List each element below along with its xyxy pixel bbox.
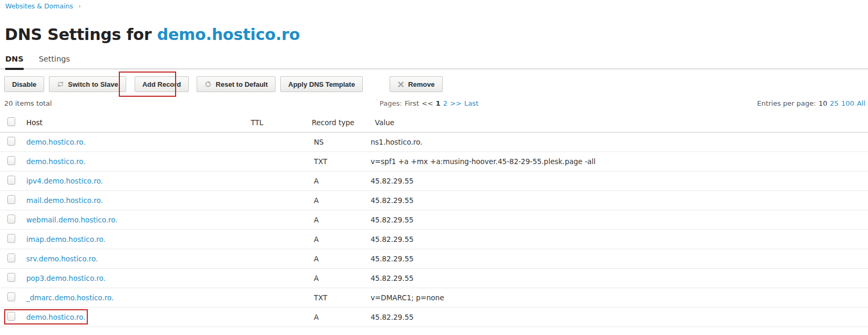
breadcrumb-link-websites-domains[interactable]: Websites & Domains [5, 2, 73, 10]
record-type: NS [312, 138, 370, 146]
table-row: srv.demo.hostico.ro. A 45.82.29.55 [0, 249, 868, 269]
tab-dns[interactable]: DNS [5, 55, 24, 70]
record-value: 45.82.29.55 [370, 274, 868, 282]
record-type: A [312, 255, 370, 263]
page-title: DNS Settings for demo.hostico.ro [5, 24, 300, 45]
tab-settings[interactable]: Settings [39, 55, 70, 70]
tab-bar: DNS Settings [5, 55, 70, 70]
switch-icon [57, 80, 64, 88]
record-type: A [312, 235, 370, 243]
record-value: 45.82.29.55 [370, 255, 868, 263]
record-value: 45.82.29.55 [370, 177, 868, 185]
reset-icon [205, 80, 212, 88]
record-type: A [312, 274, 370, 282]
column-header-host: Host [22, 118, 251, 127]
table-row: imap.demo.hostico.ro. A 45.82.29.55 [0, 230, 868, 249]
record-value: v=spf1 +a +mx +a:musing-hoover.45-82-29-… [370, 157, 868, 166]
host-link[interactable]: demo.hostico.ro. [26, 157, 86, 166]
record-type: A [312, 313, 370, 321]
pagination-page-2[interactable]: 2 [443, 99, 447, 107]
pagination-prev: << [422, 99, 433, 107]
record-value: 45.82.29.55 [370, 196, 868, 205]
row-checkbox[interactable] [7, 137, 15, 146]
breadcrumb-chevron-icon: › [78, 3, 81, 10]
table-header-row: Host TTL Record type Value [0, 113, 868, 133]
dns-records-table: Host TTL Record type Value demo.hostico.… [0, 113, 868, 327]
entries-option-25[interactable]: 25 [830, 99, 839, 107]
host-link[interactable]: demo.hostico.ro. [26, 138, 86, 146]
pagination-label: Pages: [380, 99, 402, 107]
page-title-prefix: DNS Settings for [5, 25, 157, 44]
toolbar: Disable Switch to Slave Add Record Reset… [4, 76, 443, 92]
remove-icon [397, 81, 404, 88]
page-title-domain: demo.hostico.ro [157, 25, 300, 44]
row-checkbox[interactable] [7, 234, 15, 243]
row-checkbox[interactable] [7, 215, 15, 224]
record-type: A [312, 216, 370, 224]
table-row: webmail.demo.hostico.ro. A 45.82.29.55 [0, 210, 868, 230]
breadcrumb: Websites & Domains › [5, 2, 81, 10]
record-value: 45.82.29.55 [370, 235, 868, 243]
row-checkbox[interactable] [7, 176, 15, 185]
table-row: demo.hostico.ro. TXT v=spf1 +a +mx +a:mu… [0, 152, 868, 171]
tabs-divider [0, 68, 868, 69]
record-type: A [312, 196, 370, 205]
column-header-value: Value [370, 118, 868, 127]
pagination-last[interactable]: Last [464, 99, 478, 107]
row-checkbox[interactable] [7, 156, 15, 165]
host-link[interactable]: pop3.demo.hostico.ro. [26, 274, 106, 282]
entries-label: Entries per page: [757, 99, 816, 107]
host-link[interactable]: webmail.demo.hostico.ro. [26, 216, 118, 224]
record-type: A [312, 177, 370, 185]
host-link[interactable]: ipv4.demo.hostico.ro. [26, 177, 103, 185]
apply-dns-template-button-label: Apply DNS Template [288, 80, 355, 88]
record-type: TXT [312, 157, 370, 166]
row-checkbox[interactable] [7, 292, 15, 301]
table-row: mail.demo.hostico.ro. A 45.82.29.55 [0, 191, 868, 210]
select-all-checkbox[interactable] [7, 117, 15, 126]
items-total: 20 items total [4, 99, 52, 107]
pagination: Pages: First << 1 2 >> Last [380, 99, 478, 107]
column-header-record-type: Record type [312, 118, 370, 127]
pagination-page-1: 1 [436, 99, 441, 107]
table-row: demo.hostico.ro. NS ns1.hostico.ro. [0, 133, 868, 152]
add-record-button[interactable]: Add Record [135, 76, 189, 92]
column-header-ttl: TTL [251, 118, 312, 127]
record-value: v=DMARC1; p=none [370, 293, 868, 302]
remove-button-label: Remove [408, 80, 435, 88]
record-type: TXT [312, 293, 370, 302]
disable-button-label: Disable [12, 80, 36, 88]
list-controls: 20 items total Pages: First << 1 2 >> La… [0, 99, 868, 109]
add-record-button-label: Add Record [142, 80, 181, 88]
remove-button[interactable]: Remove [390, 76, 443, 92]
record-value: ns1.hostico.ro. [370, 138, 868, 146]
table-row: ipv4.demo.hostico.ro. A 45.82.29.55 [0, 171, 868, 191]
record-value: 45.82.29.55 [370, 313, 868, 321]
record-value: 45.82.29.55 [370, 216, 868, 224]
table-row: pop3.demo.hostico.ro. A 45.82.29.55 [0, 269, 868, 288]
row-checkbox[interactable] [7, 312, 15, 321]
entries-option-100[interactable]: 100 [841, 99, 854, 107]
apply-dns-template-button[interactable]: Apply DNS Template [280, 76, 363, 92]
host-link[interactable]: mail.demo.hostico.ro. [26, 196, 103, 205]
switch-to-slave-button-label: Switch to Slave [68, 80, 118, 88]
table-row: _dmarc.demo.hostico.ro. TXT v=DMARC1; p=… [0, 288, 868, 308]
table-row-annotated: demo.hostico.ro. A 45.82.29.55 [0, 308, 868, 327]
row-checkbox[interactable] [7, 253, 15, 262]
host-link[interactable]: _dmarc.demo.hostico.ro. [26, 293, 114, 302]
row-checkbox[interactable] [7, 195, 15, 204]
host-link[interactable]: imap.demo.hostico.ro. [26, 235, 106, 243]
reset-to-default-button[interactable]: Reset to Default [197, 76, 275, 92]
host-link[interactable]: demo.hostico.ro. [26, 313, 86, 321]
entries-current-10: 10 [819, 99, 828, 107]
pagination-first: First [405, 99, 419, 107]
switch-to-slave-button[interactable]: Switch to Slave [49, 76, 126, 92]
disable-button[interactable]: Disable [4, 76, 44, 92]
entries-per-page: Entries per page: 10 25 100 All [757, 99, 865, 107]
host-link[interactable]: srv.demo.hostico.ro. [26, 255, 98, 263]
entries-option-all[interactable]: All [857, 99, 865, 107]
reset-to-default-button-label: Reset to Default [216, 80, 268, 88]
pagination-next[interactable]: >> [450, 99, 462, 107]
row-checkbox[interactable] [7, 273, 15, 282]
